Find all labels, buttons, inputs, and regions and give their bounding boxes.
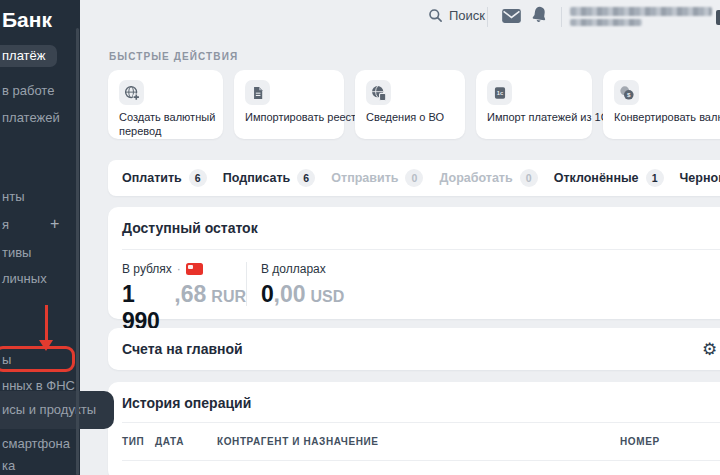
sidebar-item[interactable]: смартфона	[2, 436, 70, 451]
tab-count-badge: 6	[297, 169, 315, 187]
column-header: ТИП	[122, 436, 155, 447]
quick-action-card[interactable]: Создать валютный перевод	[108, 70, 223, 139]
bell-icon[interactable]	[531, 5, 548, 24]
payments-tab[interactable]: Черновики 20	[680, 169, 720, 187]
sidebar-scrollbar[interactable]	[76, 28, 79, 475]
divider	[122, 249, 720, 250]
quick-action-icon: $	[614, 80, 639, 105]
quick-action-label: Сведения о ВО	[366, 111, 462, 125]
history-card-title[interactable]: История операций	[122, 395, 251, 411]
quick-action-icon	[245, 80, 270, 105]
usd-currency: USD	[310, 288, 344, 306]
balance-rub[interactable]: В рублях · 1 990 ,68 RUR	[122, 262, 246, 335]
tab-label: Подписать	[223, 171, 291, 185]
balance-usd[interactable]: В долларах 0 ,00 USD	[247, 262, 344, 335]
history-table-headers: ТИПДАТАКОНТРАГЕНТ И НАЗНАЧЕНИЕНОМЕР	[122, 436, 720, 447]
topbar-divider	[561, 7, 562, 27]
column-header: НОМЕР	[620, 436, 660, 447]
tab-label: Доработать	[439, 171, 512, 185]
annotation-highlight-box	[0, 346, 75, 372]
user-subtitle-redacted	[570, 19, 642, 26]
mail-icon[interactable]	[502, 9, 521, 23]
sidebar-item[interactable]: я +	[2, 217, 9, 232]
column-header: ДАТА	[155, 436, 217, 447]
gear-icon[interactable]: ⚙	[702, 328, 717, 370]
quick-action-card[interactable]: Импортировать реестр	[234, 70, 344, 139]
rub-flag-icon	[186, 263, 203, 275]
operations-history-card: История операций ТИПДАТАКОНТРАГЕНТ И НАЗ…	[108, 382, 720, 475]
quick-action-icon	[366, 80, 391, 105]
sidebar-item-label: смартфона	[2, 436, 70, 451]
usd-label: В долларах	[261, 262, 326, 276]
user-name-redacted[interactable]	[570, 7, 712, 16]
tab-count-badge: 0	[405, 169, 423, 187]
sidebar-item[interactable]: нты	[2, 189, 24, 204]
accounts-on-main-card: Счета на главной ⚙	[108, 328, 720, 370]
payments-tab[interactable]: Доработать 0	[439, 169, 537, 187]
sidebar-item-label: платежей	[2, 110, 60, 125]
quick-action-card[interactable]: 1с Импорт платежей из 1С	[476, 70, 592, 139]
sidebar-item[interactable]: личных	[2, 271, 47, 286]
payments-tabs-bar: Оплатить 6 Подписать 6 Отправить 0 Дораб…	[108, 160, 720, 196]
divider	[122, 460, 720, 461]
rub-amount-frac: ,68	[174, 281, 206, 308]
quick-action-card[interactable]: Сведения о ВО	[355, 70, 465, 139]
column-header: КОНТРАГЕНТ И НАЗНАЧЕНИЕ	[217, 436, 620, 447]
sidebar-nav: платёж в работе платежей нты я + тивы ли…	[0, 0, 80, 475]
dot-separator: ·	[177, 262, 181, 276]
sidebar-item-label: исы и продукты	[2, 402, 96, 417]
sidebar-item[interactable]: тивы	[2, 245, 31, 260]
sidebar-item-label: нты	[2, 189, 24, 204]
sidebar-item-label: платёж	[2, 48, 45, 63]
quick-action-icon: 1с	[487, 80, 512, 105]
usd-amount-frac: ,00	[274, 281, 306, 308]
balance-card-title[interactable]: Доступный остаток	[122, 220, 258, 236]
sidebar-item[interactable]: ка	[2, 458, 15, 473]
tab-count-badge: 1	[646, 169, 664, 187]
payments-tab[interactable]: Подписать 6	[223, 169, 316, 187]
topbar-divider	[487, 7, 488, 27]
quick-action-label: Импортировать реестр	[245, 111, 341, 125]
tab-label: Отправить	[331, 171, 398, 185]
quick-action-card[interactable]: $ Конвертировать валюту	[603, 70, 720, 139]
quick-action-icon	[119, 80, 144, 105]
svg-text:1с: 1с	[496, 90, 502, 96]
plus-icon[interactable]: +	[50, 215, 59, 233]
usd-amount-int: 0	[261, 281, 274, 308]
balance-columns: В рублях · 1 990 ,68 RUR В долларах 0 ,0…	[122, 262, 344, 335]
usd-amount: 0 ,00 USD	[261, 281, 344, 308]
sidebar-item-label: ка	[2, 458, 15, 473]
quick-action-label: Импорт платежей из 1С	[487, 111, 589, 125]
sidebar-item[interactable]: платёж	[0, 45, 57, 67]
tab-count-badge: 0	[520, 169, 538, 187]
search-button[interactable]: Поиск	[428, 8, 485, 23]
sidebar-item-label: личных	[2, 271, 47, 286]
rub-label: В рублях	[122, 262, 172, 276]
payments-tab[interactable]: Отклонённые 1	[554, 169, 664, 187]
tab-count-badge: 6	[189, 169, 207, 187]
quick-action-label: Создать валютный перевод	[119, 111, 220, 139]
available-balance-card: Доступный остаток В рублях · 1 990 ,68 R…	[108, 207, 720, 319]
sidebar-item[interactable]: платежей	[2, 110, 60, 125]
cutoff-menu-icon[interactable]	[716, 10, 720, 25]
search-icon	[428, 8, 443, 23]
payments-tab[interactable]: Отправить 0	[331, 169, 423, 187]
sidebar: Банк платёж в работе платежей нты я + ти…	[0, 0, 80, 475]
search-label: Поиск	[449, 8, 485, 23]
quick-actions-row: Создать валютный перевод Импортировать р…	[108, 70, 720, 139]
sidebar-item[interactable]: в работе	[2, 83, 54, 98]
annotation-arrow-line	[45, 305, 48, 341]
tab-label: Черновики	[680, 171, 720, 185]
rub-amount: 1 990 ,68 RUR	[122, 281, 246, 335]
sidebar-item[interactable]: исы и продукты	[0, 391, 114, 429]
divider	[122, 422, 720, 423]
payments-tab[interactable]: Оплатить 6	[122, 169, 207, 187]
sidebar-item-label: в работе	[2, 83, 54, 98]
svg-text:$: $	[627, 91, 631, 98]
sidebar-item-label: я	[2, 217, 9, 232]
sidebar-item-label: тивы	[2, 245, 31, 260]
accounts-card-title[interactable]: Счета на главной	[122, 328, 243, 370]
tab-label: Отклонённые	[554, 171, 639, 185]
tab-label: Оплатить	[122, 171, 182, 185]
quick-actions-title: БЫСТРЫЕ ДЕЙСТВИЯ	[109, 51, 238, 62]
